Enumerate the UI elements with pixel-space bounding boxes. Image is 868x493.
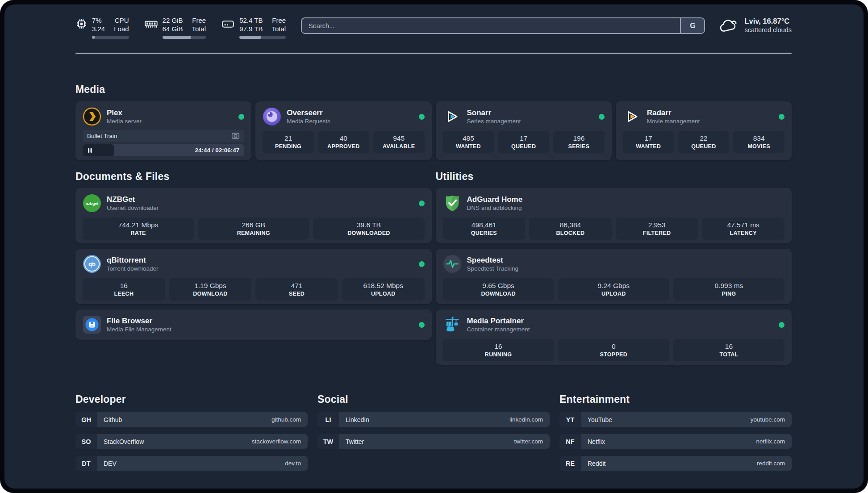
app-card-sonarr[interactable]: Sonarr Series management 485 WANTED 17 Q… (436, 101, 612, 160)
stat-seed: 471 SEED (255, 278, 338, 301)
bookmark-url: youtube.com (751, 416, 785, 423)
cpu-progress-fill (92, 36, 95, 39)
app-name: Plex (107, 108, 142, 117)
bookmark-url: dev.to (285, 460, 301, 467)
stat-blocked: 86,384 BLOCKED (529, 217, 612, 240)
stat-approved: 40 APPROVED (318, 131, 369, 153)
bookmark-reddit[interactable]: RE Reddit reddit.com (559, 456, 792, 471)
memory-total-value: 64 GiB (163, 25, 183, 33)
status-online-dot (419, 261, 425, 267)
bookmark-dev[interactable]: DT DEV dev.to (75, 456, 308, 471)
app-name: Media Portainer (467, 316, 530, 326)
section-title-utilities: Utilities (436, 170, 792, 183)
app-card-file-browser[interactable]: File Browser Media File Management (75, 309, 432, 340)
app-name: Speedtest (467, 255, 519, 265)
app-description: Usenet downloader (107, 204, 159, 212)
stat-download: 9.65 Gbps DOWNLOAD (443, 278, 554, 301)
app-name: NZBGet (107, 195, 159, 204)
load-label: Load (114, 25, 129, 33)
header-divider (75, 53, 792, 54)
bookmark-url: stackoverflow.com (252, 438, 301, 445)
bookmark-group-entertainment: Entertainment YT YouTube youtube.com NF … (559, 393, 792, 471)
bookmark-name: StackOverflow (104, 438, 144, 445)
cpu-icon (75, 18, 88, 30)
app-card-overseerr[interactable]: Overseerr Media Requests 21 PENDING 40 A… (255, 101, 431, 160)
stat-running: 16 RUNNING (443, 339, 554, 361)
plex-icon (83, 107, 101, 126)
status-online-dot (599, 114, 605, 120)
weather-location-temp: Lviv, 16.87°C (744, 17, 792, 26)
bookmark-twitter[interactable]: TW Twitter twitter.com (317, 434, 550, 449)
now-playing-row: Bullet Train (83, 130, 244, 142)
storage-progress-track (239, 36, 286, 39)
app-card-portainer[interactable]: Media Portainer Container management 16 … (436, 309, 792, 365)
status-online-dot (779, 322, 785, 328)
qbittorrent-icon: qb (83, 255, 101, 273)
stat-download: 1.19 Gbps DOWNLOAD (169, 278, 252, 301)
cast-icon (231, 132, 240, 140)
storage-total-value: 97.9 TB (239, 25, 263, 33)
section-title-social: Social (317, 393, 550, 405)
cpu-usage-value: 7% (92, 16, 105, 25)
app-description: Media File Management (107, 326, 171, 333)
memory-progress-track (163, 36, 206, 39)
memory-free-label: Free (192, 16, 206, 25)
stat-ping: 0.993 ms PING (673, 278, 785, 301)
overseerr-icon (263, 107, 281, 126)
storage-free-label: Free (271, 16, 286, 25)
search-engine-button[interactable]: G (680, 18, 704, 33)
stat-wanted: 17 WANTED (623, 131, 674, 153)
bookmark-name: Netflix (588, 438, 605, 445)
bookmark-url: reddit.com (757, 460, 785, 467)
status-online-dot (419, 114, 425, 120)
stat-leech: 16 LEECH (83, 278, 165, 301)
app-name: Radarr (647, 108, 700, 117)
dashboard: 7% 3.24 CPU Load (4, 4, 864, 489)
bookmark-name: Reddit (588, 460, 605, 467)
window-frame: 7% 3.24 CPU Load (0, 0, 868, 493)
app-card-adguard-home[interactable]: AdGuard Home DNS and adblocking 498,461 … (436, 188, 792, 243)
bookmark-linkedin[interactable]: LI LinkedIn linkedin.com (317, 412, 550, 427)
status-online-dot (419, 201, 425, 206)
memory-metric: 22 GiB 64 GiB Free Total (144, 16, 206, 39)
storage-metric: 52.4 TB 97.9 TB Free Total (221, 16, 286, 39)
app-description: Media server (107, 117, 142, 125)
app-card-radarr[interactable]: Radarr Movie management 17 WANTED 22 QUE… (616, 101, 792, 160)
app-description: Media Requests (287, 117, 330, 125)
bookmark-youtube[interactable]: YT YouTube youtube.com (559, 412, 792, 427)
stat-rate: 744.21 Mbps RATE (83, 217, 194, 240)
bookmark-url: github.com (271, 416, 301, 423)
now-playing-title: Bullet Train (87, 133, 117, 139)
portainer-icon (443, 315, 462, 334)
app-card-plex[interactable]: Plex Media server Bullet Train (75, 101, 251, 160)
stat-queries: 498,461 QUERIES (443, 217, 526, 240)
status-online-dot (238, 114, 244, 120)
bookmark-group-social: Social LI LinkedIn linkedin.com TW Twitt… (317, 393, 550, 471)
search-input[interactable] (302, 18, 680, 33)
app-name: AdGuard Home (467, 195, 523, 204)
stat-available: 945 AVAILABLE (373, 131, 425, 153)
storage-free-value: 52.4 TB (239, 16, 263, 25)
bookmark-abbr: DT (75, 456, 97, 471)
app-name: File Browser (107, 316, 171, 326)
ram-icon (144, 18, 158, 30)
system-metrics: 7% 3.24 CPU Load (75, 16, 286, 39)
bookmark-stackoverflow[interactable]: SO StackOverflow stackoverflow.com (75, 434, 308, 449)
nzbget-icon: nzbget (83, 194, 101, 213)
app-card-nzbget[interactable]: nzbget NZBGet Usenet downloader 744.21 M… (75, 188, 432, 243)
app-card-speedtest[interactable]: Speedtest Speedtest Tracking 9.65 Gbps D… (436, 249, 792, 304)
stat-movies: 834 MOVIES (733, 131, 785, 153)
bookmark-url: netflix.com (756, 438, 785, 445)
section-title-developer: Developer (75, 393, 308, 405)
bookmark-netflix[interactable]: NF Netflix netflix.com (559, 434, 792, 449)
cpu-progress-track (92, 36, 129, 39)
section-title-media: Media (75, 83, 792, 96)
bookmark-abbr: RE (559, 456, 581, 471)
memory-progress-fill (163, 36, 191, 39)
app-card-qbittorrent[interactable]: qb qBittorrent Torrent downloader 16 LEE… (75, 249, 432, 304)
status-online-dot (419, 322, 425, 328)
stat-filtered: 2,953 FILTERED (616, 217, 698, 240)
stat-series: 196 SERIES (553, 131, 605, 153)
bookmark-github[interactable]: GH Github github.com (75, 412, 308, 427)
bookmark-name: Github (104, 416, 122, 423)
